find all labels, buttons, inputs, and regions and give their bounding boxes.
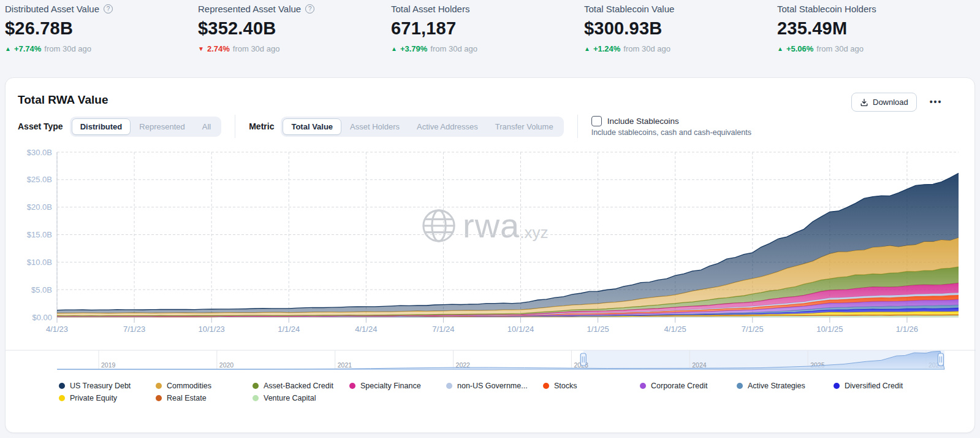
include-stablecoins-control: Include Stablecoins Include stablecoins,… (591, 116, 751, 137)
legend-dot (156, 383, 162, 389)
delta-period: from 30d ago (623, 44, 670, 53)
y-axis-tick-label: $10.0B (27, 258, 52, 267)
chart-controls: Asset Type DistributedRepresentedAll Met… (18, 115, 751, 138)
delta-arrow-icon: ▲ (584, 45, 590, 52)
asset-type-label: Asset Type (18, 121, 63, 131)
legend-item-corporate-credit[interactable]: Corporate Credit (640, 380, 737, 391)
legend-item-active-strategies[interactable]: Active Strategies (737, 380, 834, 391)
total-rwa-value-card: Total RWA Value Download ••• Asset Type … (5, 77, 975, 433)
rwa-value-stacked-area-chart[interactable]: $0.00$5.0B$10.0B$15.0B$20.0B$25.0B$30.0B… (6, 145, 976, 343)
legend-dot (640, 383, 646, 389)
legend-dot (349, 383, 355, 389)
y-axis-tick-label: $0.00 (32, 313, 52, 322)
legend-label: Diversified Credit (845, 382, 903, 390)
delta-arrow-icon: ▼ (198, 45, 204, 52)
legend-item-real-estate[interactable]: Real Estate (156, 392, 253, 404)
divider (577, 115, 578, 138)
metric-option-asset-holders[interactable]: Asset Holders (341, 118, 408, 135)
y-axis-tick-label: $30.0B (27, 148, 52, 157)
legend-item-non-us-governme[interactable]: non-US Governme... (446, 380, 543, 391)
stat-label: Total Stablecoin Value (584, 4, 674, 14)
delta-arrow-icon: ▲ (5, 45, 11, 52)
stat-value: 235.49M (777, 18, 970, 39)
delta-period: from 30d ago (233, 44, 280, 53)
legend-dot (543, 383, 549, 389)
stat-delta: ▲ +5.06% from 30d ago (777, 44, 970, 53)
stat-label: Total Asset Holders (391, 4, 469, 14)
stat-value: $26.78B (5, 18, 198, 39)
x-axis-tick-label: 7/1/24 (432, 325, 454, 334)
delta-period: from 30d ago (430, 44, 477, 53)
x-axis-tick-label: 4/1/23 (46, 325, 68, 334)
legend-item-asset-backed-credit[interactable]: Asset-Backed Credit (253, 380, 349, 391)
stats-bar: Distributed Asset Value ? $26.78B ▲ +7.7… (5, 2, 970, 53)
x-axis-tick-label: 7/1/23 (123, 325, 145, 334)
x-axis-tick-label: 10/1/24 (507, 325, 534, 334)
x-axis-tick-label: 4/1/24 (355, 325, 377, 334)
page-title: Total RWA Value (18, 93, 108, 107)
help-icon[interactable]: ? (305, 4, 314, 13)
legend-label: US Treasury Debt (70, 382, 131, 390)
legend-label: Venture Capital (264, 394, 316, 402)
legend-label: Asset-Backed Credit (264, 382, 333, 390)
legend-label: Commodities (167, 382, 211, 390)
legend-item-specialty-finance[interactable]: Specialty Finance (349, 380, 446, 391)
legend-dot (737, 383, 743, 389)
y-axis-tick-label: $15.0B (27, 230, 52, 239)
asset-type-option-all[interactable]: All (194, 118, 219, 135)
x-axis-tick-label: 4/1/25 (664, 325, 686, 334)
delta-period: from 30d ago (816, 44, 864, 53)
stat-represented-asset-value: Represented Asset Value ? $352.40B ▼ 2.7… (198, 2, 391, 53)
y-axis-tick-label: $5.0B (31, 285, 52, 294)
legend-dot (59, 395, 65, 401)
delta-arrow-icon: ▲ (777, 45, 783, 52)
brush-handle-left[interactable] (580, 353, 586, 366)
legend-item-venture-capital[interactable]: Venture Capital (253, 392, 349, 404)
include-stablecoins-checkbox[interactable] (591, 116, 602, 126)
download-icon (860, 98, 868, 107)
download-button[interactable]: Download (851, 93, 917, 112)
timeline-brush[interactable]: 20192020202120222023202420252026 (6, 347, 976, 374)
x-axis-tick-label: 10/1/25 (816, 325, 843, 334)
x-axis-tick-label: 7/1/25 (742, 325, 764, 334)
asset-type-segmented-control: DistributedRepresentedAll (70, 117, 222, 137)
legend-item-commodities[interactable]: Commodities (156, 380, 253, 391)
metric-option-active-addresses[interactable]: Active Addresses (408, 118, 487, 135)
divider (235, 115, 235, 138)
legend-dot (253, 383, 259, 389)
stat-total-stablecoin-holders: Total Stablecoin Holders 235.49M ▲ +5.06… (777, 2, 970, 53)
stat-label: Distributed Asset Value (5, 4, 99, 14)
legend-label: Specialty Finance (360, 382, 421, 390)
stat-label: Represented Asset Value (198, 4, 301, 14)
stat-value: $300.93B (584, 18, 777, 39)
metric-option-total-value[interactable]: Total Value (283, 118, 341, 135)
delta-arrow-icon: ▲ (391, 45, 397, 52)
legend-item-diversified-credit[interactable]: Diversified Credit (834, 380, 930, 391)
legend-item-us-treasury-debt[interactable]: US Treasury Debt (59, 380, 156, 391)
legend-item-stocks[interactable]: Stocks (543, 380, 640, 391)
brush-handle-right[interactable] (938, 353, 944, 366)
asset-type-option-distributed[interactable]: Distributed (72, 118, 131, 135)
stat-label: Total Stablecoin Holders (777, 4, 876, 14)
stat-distributed-asset-value: Distributed Asset Value ? $26.78B ▲ +7.7… (5, 2, 198, 53)
y-axis-tick-label: $20.0B (27, 202, 52, 212)
metric-segmented-control: Total ValueAsset HoldersActive Addresses… (281, 117, 563, 137)
brush-year-label: 2021 (338, 361, 352, 369)
stat-total-asset-holders: Total Asset Holders 671,187 ▲ +3.79% fro… (391, 2, 584, 53)
legend-dot (446, 383, 452, 389)
legend-item-private-equity[interactable]: Private Equity (59, 392, 156, 404)
brush-year-label: 2019 (101, 361, 116, 369)
help-icon[interactable]: ? (104, 4, 113, 13)
delta-percent: 2.74% (207, 44, 230, 53)
metric-option-transfer-volume[interactable]: Transfer Volume (487, 118, 562, 135)
stat-value: 671,187 (391, 18, 584, 39)
x-axis-tick-label: 10/1/23 (198, 325, 224, 334)
stat-delta: ▲ +1.24% from 30d ago (584, 44, 777, 53)
asset-type-option-represented[interactable]: Represented (131, 118, 193, 135)
stat-delta: ▲ +7.74% from 30d ago (5, 44, 198, 53)
legend-dot (834, 383, 840, 389)
legend-dot (59, 383, 65, 389)
legend-label: Stocks (554, 382, 577, 390)
more-menu-button[interactable]: ••• (925, 91, 947, 112)
legend-label: Corporate Credit (651, 382, 707, 390)
